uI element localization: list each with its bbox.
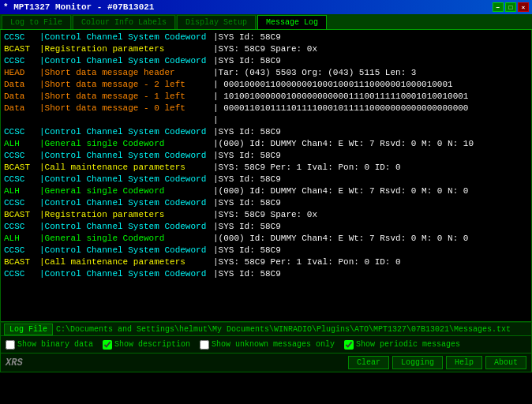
log-description: |Registration parameters [39,43,213,55]
title-text: * MPT1327 Monitor - #07B13021 [3,2,154,12]
help-button[interactable]: Help [446,356,482,369]
show-unknown-checkbox[interactable] [200,340,209,350]
log-value: | [213,114,528,126]
log-type: ALH [4,138,39,150]
log-line: CCSC|Control Channel System Codeword|SYS… [4,174,528,185]
file-bar: Log File C:\Documents and Settings\helmu… [0,322,532,336]
log-type: CCSC [4,197,39,209]
log-value: |SYS Id: 58C9 [213,150,528,162]
log-value: |SYS: 58C9 Spare: 0x [213,209,528,221]
log-type: CCSC [4,150,39,162]
minimize-button[interactable]: − [493,2,504,12]
log-line: CCSC|Control Channel System Codeword|SYS… [4,126,528,138]
log-type: Data [4,91,39,103]
log-file-button[interactable]: Log File [4,324,53,335]
log-line: ALH|General single Codeword|(000) Id: DU… [4,185,528,197]
log-value: |SYS Id: 58C9 [213,174,528,185]
show-periodic-checkbox[interactable] [344,340,354,350]
log-line: HEAD|Short data message header|Tar: (043… [4,67,528,79]
log-description: |General single Codeword [39,185,213,197]
log-description: |Control Channel System Codeword [39,245,213,256]
log-type: CCSC [4,55,39,67]
bottom-buttons: Clear Logging Help About [348,356,526,369]
log-type: Data [4,79,39,91]
show-binary-label[interactable]: Show binary data [17,340,93,349]
show-periodic-label[interactable]: Show periodic messages [356,340,460,349]
clear-button[interactable]: Clear [348,356,389,369]
log-line: CCSC|Control Channel System Codeword|SYS… [4,197,528,209]
log-value: | 00010000110000000100010001110000001000… [213,79,528,91]
log-value: |SYS Id: 58C9 [213,32,528,43]
log-value: | 00001101011110111100010111110000000000… [213,103,528,114]
log-description: |Short data message - 0 left [39,103,213,114]
log-type: CCSC [4,126,39,138]
log-value: |SYS Id: 58C9 [213,245,528,256]
log-type: CCSC [4,245,39,256]
log-type [4,114,39,126]
log-type: CCSC [4,268,39,280]
log-value: |SYS Id: 58C9 [213,268,528,280]
tab-log-to-file[interactable]: Log to File [2,15,71,29]
logging-button[interactable]: Logging [392,356,443,369]
log-line: CCSC|Control Channel System Codeword|SYS… [4,55,528,67]
log-description: |Call maintenance parameters [39,162,213,174]
log-description: |Control Channel System Codeword [39,197,213,209]
log-content[interactable]: CCSC|Control Channel System Codeword|SYS… [1,30,531,321]
maximize-button[interactable]: □ [505,2,516,12]
log-line: Data|Short data message - 0 left| 000011… [4,103,528,114]
log-line: CCSC|Control Channel System Codeword|SYS… [4,268,528,280]
show-description-group: Show description [103,340,190,350]
log-type: Data [4,103,39,114]
log-line: BCAST|Registration parameters|SYS: 58C9 … [4,209,528,221]
show-periodic-group: Show periodic messages [344,340,460,350]
show-unknown-group: Show unknown messages only [200,340,335,350]
log-description: |Control Channel System Codeword [39,32,213,43]
log-value: |Tar: (043) 5503 Org: (043) 5115 Len: 3 [213,67,528,79]
log-type: BCAST [4,209,39,221]
log-line: CCSC|Control Channel System Codeword|SYS… [4,221,528,233]
close-button[interactable]: × [518,2,529,12]
log-value: | 10100100000010000000000011100111110001… [213,91,528,103]
log-value: |SYS Id: 58C9 [213,126,528,138]
log-description: |Registration parameters [39,209,213,221]
title-bar-buttons: − □ × [493,2,529,12]
log-type: CCSC [4,32,39,43]
log-type: ALH [4,185,39,197]
log-type: BCAST [4,256,39,268]
log-type: HEAD [4,67,39,79]
log-description [39,114,213,126]
log-value: |SYS Id: 58C9 [213,197,528,209]
log-line: CCSC|Control Channel System Codeword|SYS… [4,150,528,162]
show-unknown-label[interactable]: Show unknown messages only [212,340,335,349]
show-description-label[interactable]: Show description [114,340,190,349]
log-type: CCSC [4,174,39,185]
show-description-checkbox[interactable] [103,340,112,350]
show-binary-checkbox[interactable] [6,340,15,350]
tab-colour-info[interactable]: Colour Info Labels [73,15,175,29]
log-line: Data|Short data message - 1 left| 101001… [4,91,528,103]
log-line: | [4,114,528,126]
log-line: Data|Short data message - 2 left| 000100… [4,79,528,91]
log-description: |Control Channel System Codeword [39,268,213,280]
log-type: ALH [4,233,39,245]
tab-display-setup[interactable]: Display Setup [177,15,256,29]
log-line: ALH|General single Codeword|(000) Id: DU… [4,138,528,150]
log-value: |(000) Id: DUMMY Chan4: E Wt: 7 Rsvd: 0 … [213,233,528,245]
log-area: CCSC|Control Channel System Codeword|SYS… [0,30,532,322]
log-line: BCAST|Call maintenance parameters|SYS: 5… [4,256,528,268]
log-description: |Short data message - 1 left [39,91,213,103]
log-value: |(000) Id: DUMMY Chan4: E Wt: 7 Rsvd: 0 … [213,185,528,197]
log-description: |Control Channel System Codeword [39,174,213,185]
show-binary-group: Show binary data [6,340,93,350]
log-description: |Short data message - 2 left [39,79,213,91]
log-description: |Control Channel System Codeword [39,55,213,67]
about-button[interactable]: About [485,356,526,369]
log-line: ALH|General single Codeword|(000) Id: DU… [4,233,528,245]
log-line: BCAST|Registration parameters|SYS: 58C9 … [4,43,528,55]
tab-message-log[interactable]: Message Log [257,15,327,29]
file-path: C:\Documents and Settings\helmut\My Docu… [56,325,528,334]
log-description: |General single Codeword [39,233,213,245]
log-value: |SYS: 58C9 Per: 1 Ival: Pon: 0 ID: 0 [213,162,528,174]
log-type: BCAST [4,43,39,55]
title-bar: * MPT1327 Monitor - #07B13021 − □ × [0,0,532,14]
